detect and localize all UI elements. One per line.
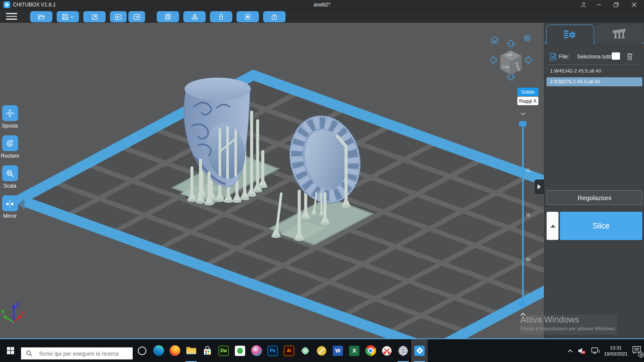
taskbar-snip-app-icon[interactable] bbox=[379, 339, 395, 362]
save-file-button[interactable] bbox=[57, 11, 79, 22]
panel-tabs bbox=[544, 24, 644, 43]
redo-button[interactable] bbox=[128, 11, 145, 22]
search-icon bbox=[26, 350, 33, 357]
save-icon bbox=[62, 13, 69, 20]
tab-file-settings[interactable] bbox=[546, 24, 594, 44]
taskbar-excel-icon[interactable]: X bbox=[346, 339, 362, 362]
title-bar: CHITUBOX V1.8.1 anelli2* bbox=[0, 0, 644, 9]
document-title: anelli2* bbox=[0, 2, 644, 8]
left-panel-expand-arrow[interactable] bbox=[18, 198, 24, 210]
tool-mirror[interactable]: Mirror bbox=[1, 195, 19, 219]
workspace: Z Y X bbox=[0, 23, 644, 338]
taskbar-diamond-app-icon[interactable] bbox=[297, 339, 313, 362]
right-panel: File: Seleziona tutto 1.W45342-2 #5.5.st… bbox=[544, 23, 644, 338]
svg-text:Z: Z bbox=[16, 302, 19, 308]
slice-button[interactable]: Slice bbox=[560, 212, 642, 240]
taskbar-chrome-icon[interactable] bbox=[362, 339, 379, 362]
undo-icon bbox=[115, 13, 122, 21]
taskbar-photoshop-icon[interactable]: Ps bbox=[264, 339, 281, 362]
pack-box-icon bbox=[271, 13, 278, 20]
auto-layout-button[interactable] bbox=[83, 11, 106, 22]
mirror-icon bbox=[5, 199, 15, 208]
select-all-label: Seleziona tutto bbox=[577, 54, 613, 60]
select-all-checkbox[interactable] bbox=[612, 52, 620, 60]
network-status-icon[interactable] bbox=[590, 347, 600, 355]
resin-button[interactable] bbox=[210, 11, 232, 22]
dig-hole-button[interactable] bbox=[237, 11, 259, 22]
slice-options-stepper[interactable] bbox=[547, 212, 559, 240]
menu-hamburger-button[interactable] bbox=[6, 13, 17, 20]
taskbar-illustrator-icon[interactable]: Ai bbox=[281, 339, 297, 362]
viewport-3d[interactable]: Z Y X bbox=[0, 23, 544, 338]
pack-box-button[interactable] bbox=[263, 11, 286, 22]
slider-mark-half: ½ bbox=[526, 212, 530, 218]
notification-count-badge: 3 bbox=[638, 352, 644, 358]
tray-date: 19/03/2021 bbox=[604, 351, 628, 357]
taskbar-chitubox-icon[interactable] bbox=[411, 339, 428, 362]
view-cube-widget[interactable]: Top Left Front bbox=[490, 36, 532, 81]
volume-muted-icon[interactable] bbox=[577, 347, 586, 355]
tray-time: 13:31 bbox=[604, 345, 628, 351]
close-button[interactable] bbox=[627, 0, 641, 9]
rotate-icon bbox=[5, 139, 15, 148]
slider-mark-quarter: ¼ bbox=[526, 167, 530, 173]
taskbar-word-icon[interactable]: W bbox=[330, 339, 346, 362]
open-file-button[interactable] bbox=[30, 11, 52, 22]
layer-slider-track[interactable] bbox=[522, 126, 524, 304]
home-view-icon bbox=[491, 37, 498, 43]
file-list-item-1[interactable]: 1.W45342-2 #5.5.stl #0 bbox=[547, 67, 642, 76]
hollow-spheres-icon bbox=[191, 13, 198, 21]
taskbar-green-app-icon[interactable] bbox=[232, 339, 248, 362]
right-panel-collapse-button[interactable] bbox=[535, 179, 544, 194]
tool-rotate[interactable]: Ruotare bbox=[1, 135, 19, 159]
render-mode-xray-button[interactable]: Raggi X bbox=[517, 97, 538, 105]
slider-step-down-icon[interactable] bbox=[519, 111, 526, 118]
taskbar-cortana-icon[interactable] bbox=[134, 339, 150, 362]
taskbar-dreamweaver-icon[interactable]: Dw bbox=[216, 339, 232, 362]
tray-clock[interactable]: 13:31 19/03/2021 bbox=[604, 345, 628, 357]
tool-scale[interactable]: Scala bbox=[1, 165, 19, 189]
taskbar-search-input[interactable] bbox=[21, 347, 133, 360]
windows-taskbar: Dw Ps Ai W X bbox=[0, 339, 644, 362]
hollow-button[interactable] bbox=[183, 11, 206, 22]
scale-icon bbox=[5, 169, 15, 178]
clone-icon bbox=[164, 13, 171, 20]
taskbar-store-icon[interactable] bbox=[199, 339, 216, 362]
chevron-down-icon bbox=[70, 15, 74, 19]
open-folder-icon bbox=[38, 13, 45, 21]
auto-layout-icon bbox=[91, 13, 98, 21]
render-mode-solid-button[interactable]: Solido bbox=[517, 88, 538, 96]
regolazioni-button[interactable]: Regolazioni bbox=[547, 190, 642, 205]
start-button[interactable] bbox=[0, 339, 21, 362]
clone-button[interactable] bbox=[157, 11, 179, 22]
layer-slider-bottom-handle[interactable] bbox=[519, 302, 526, 307]
notification-center-icon[interactable]: 3 bbox=[632, 346, 641, 356]
redo-icon bbox=[133, 13, 140, 21]
tray-expand-chevron-icon[interactable] bbox=[567, 349, 573, 353]
taskbar-media-app-icon[interactable] bbox=[248, 339, 264, 362]
divider bbox=[548, 64, 641, 65]
taskbar-explorer-icon[interactable] bbox=[183, 339, 199, 362]
minimize-button[interactable] bbox=[592, 0, 606, 9]
file-list-item-2-selected[interactable]: 2.R38275-1 #5.5.stl #0 bbox=[547, 77, 642, 86]
taskbar-yellow-app-icon[interactable] bbox=[313, 339, 330, 362]
tool-move[interactable]: Sposta bbox=[1, 105, 19, 129]
delete-trash-icon[interactable] bbox=[626, 52, 633, 61]
taskbar-edge-icon[interactable] bbox=[150, 339, 167, 362]
windows-activation-watermark: Attiva Windows Passa a Impostazioni per … bbox=[520, 315, 623, 331]
main-toolbar bbox=[0, 9, 644, 23]
build-plate[interactable] bbox=[19, 75, 544, 338]
supports-pillars-icon bbox=[612, 28, 626, 40]
file-label: File: bbox=[559, 54, 569, 60]
resin-bottle-icon bbox=[218, 13, 225, 20]
taskbar-firefox-icon[interactable] bbox=[167, 339, 183, 362]
file-document-icon bbox=[550, 53, 556, 61]
user-account-icon[interactable] bbox=[576, 0, 591, 9]
move-icon bbox=[5, 109, 15, 118]
dig-hole-icon bbox=[244, 13, 251, 20]
layer-slider-top-handle[interactable] bbox=[519, 121, 526, 126]
undo-button[interactable] bbox=[110, 11, 127, 22]
taskbar-globe-app-icon[interactable] bbox=[395, 339, 411, 362]
tab-supports[interactable] bbox=[595, 24, 643, 43]
restore-button[interactable] bbox=[609, 0, 623, 9]
